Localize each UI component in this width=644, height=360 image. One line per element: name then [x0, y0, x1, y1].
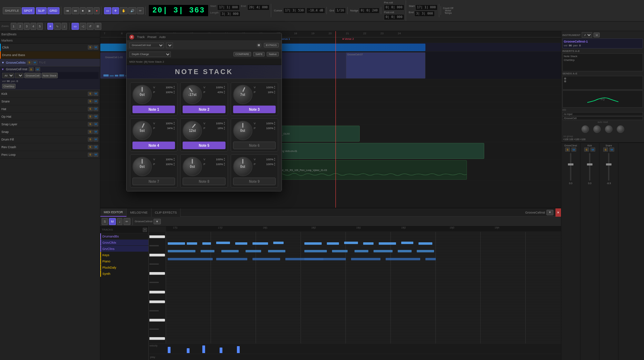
zoom-3-btn[interactable]: 3	[24, 23, 30, 30]
click-mute-btn[interactable]: M	[93, 45, 98, 50]
track-list-item-3[interactable]: Keys	[100, 252, 148, 258]
zoom-1-btn[interactable]: 1	[11, 23, 17, 30]
midi-note-26[interactable]	[168, 258, 213, 260]
start2-display[interactable]: 17| 1| 000	[415, 4, 438, 10]
hat-solo-btn[interactable]: S	[88, 107, 93, 111]
midi-pencil-btn[interactable]: ✏	[123, 218, 130, 225]
piano-key-ab4[interactable]	[149, 263, 159, 265]
track-list-item-4[interactable]: Piano	[100, 258, 148, 264]
click-solo-btn[interactable]: S	[88, 45, 93, 50]
fader-mute-btn[interactable]: M	[571, 147, 576, 152]
midi-note-21[interactable]	[332, 250, 348, 252]
slip-btn[interactable]: SLIP	[36, 7, 47, 14]
gc-inst-mute-btn[interactable]: M	[35, 67, 40, 71]
piano-key-f4[interactable]	[149, 282, 159, 284]
note-4-v-arrows[interactable]: ▲▼	[173, 121, 175, 125]
note-3-knob[interactable]: 7st	[233, 85, 252, 104]
piano-key-e4[interactable]	[149, 291, 165, 294]
note-8-knob[interactable]: 0st	[183, 157, 202, 176]
snap-mute-btn[interactable]: M	[93, 130, 98, 134]
long-verb-clip[interactable]: Long Verb.cm-01	[277, 143, 484, 159]
midi-note-27[interactable]	[216, 258, 247, 260]
insert-chelstrip[interactable]: ChelStrp	[563, 58, 642, 62]
ophat-track-row[interactable]: Op Hat S M	[0, 113, 100, 120]
midi-note-23[interactable]	[374, 250, 393, 252]
ff-btn[interactable]: ⏭	[72, 7, 79, 14]
fader-solo-btn[interactable]: S	[565, 147, 570, 152]
piano-key-b3[interactable]	[149, 328, 159, 330]
drumfill-clip[interactable]: _id_OLIVI	[277, 126, 360, 142]
note-3-p-arrows[interactable]: ▲▼	[274, 90, 276, 94]
track-list-item-5[interactable]: PluckDaly	[100, 264, 148, 271]
cursor-display[interactable]: 17| 3| 530	[283, 8, 305, 14]
note-7-knob[interactable]: 0st	[132, 157, 152, 176]
groovecell-07-clip[interactable]: GrooveCell-07	[346, 52, 425, 79]
play-btn[interactable]: ▶	[86, 7, 93, 14]
zoom-5-btn[interactable]: 5	[37, 23, 43, 30]
ns-preset-select[interactable]: Depth Charge	[129, 52, 171, 57]
piano-key-g4[interactable]	[149, 272, 165, 275]
note-6-v-arrows[interactable]: ▲▼	[274, 121, 276, 125]
note-5-btn[interactable]: Note 5	[183, 142, 225, 149]
snare-fader-solo[interactable]: S	[603, 147, 608, 152]
kick-track-row[interactable]: Kick S M	[0, 90, 100, 98]
notes-view-btn[interactable]: ♩	[62, 23, 67, 30]
note-1-btn[interactable]: Note 1	[132, 106, 175, 113]
bars-beats-track[interactable]: Bars|Beats	[0, 31, 100, 37]
eq-display[interactable]: EQ	[562, 90, 643, 108]
snare-fader-thumb[interactable]	[606, 163, 611, 165]
note-2-btn[interactable]: Note 2	[183, 106, 225, 113]
ns-safe-btn[interactable]: SAFE	[253, 52, 265, 56]
snap-solo-btn[interactable]: S	[88, 130, 93, 134]
midi-note-16[interactable]	[363, 242, 374, 245]
record-btn[interactable]: ●	[94, 7, 100, 14]
percloop-solo-btn[interactable]: S	[88, 153, 93, 157]
start-display[interactable]: 17| 1| 000	[217, 4, 239, 10]
snaplayer-mute-btn[interactable]: M	[93, 122, 98, 126]
main-fader-thumb[interactable]	[568, 163, 573, 165]
send-knob-3[interactable]	[605, 125, 613, 133]
note-7-v-arrows[interactable]: ▲▼	[173, 157, 175, 161]
send-knob-1[interactable]	[581, 125, 589, 133]
note-9-v-arrows[interactable]: ▲▼	[274, 157, 276, 161]
drumfill-mute-btn[interactable]: M	[93, 137, 98, 142]
midi-note-31[interactable]	[351, 258, 380, 260]
level-display[interactable]: -18.4 dB	[306, 8, 325, 14]
note-8-btn[interactable]: Note 8	[183, 178, 225, 185]
note-5-p-arrows[interactable]: ▲▼	[223, 126, 226, 130]
loop-btn[interactable]: ↺	[87, 23, 94, 30]
kick-mute-btn[interactable]: M	[93, 92, 98, 96]
note-1-v-arrows[interactable]: ▲▼	[173, 85, 175, 89]
zoom-4-btn[interactable]: 4	[30, 23, 36, 30]
midi-note-3[interactable]	[202, 242, 211, 245]
note-1-p-arrows[interactable]: ▲▼	[173, 90, 175, 94]
midi-note-6[interactable]	[252, 242, 268, 245]
midi-close-btn[interactable]: ✕	[555, 208, 561, 217]
midi-note-5[interactable]	[235, 242, 247, 245]
end-display[interactable]: 20| 4| 000	[247, 4, 269, 10]
grid-display[interactable]: 1/16	[335, 8, 346, 14]
end2-display[interactable]: 3| 3| 000	[414, 11, 435, 17]
groovecell-inst-row[interactable]: ▼ GrooveCell Inst S M	[1, 67, 99, 71]
snare-mute-btn[interactable]: M	[93, 99, 98, 104]
midi-note-28[interactable]	[252, 258, 280, 260]
dup-btn[interactable]: ⊞	[94, 23, 101, 30]
gc-note-stack-btn[interactable]: Note Stack	[42, 73, 58, 78]
track-list-item-6[interactable]: Synth	[100, 271, 148, 277]
note-2-knob[interactable]: -17st	[183, 85, 202, 104]
note-8-v-arrows[interactable]: ▲▼	[223, 157, 226, 161]
track-list-item-0[interactable]: DrumandBs	[100, 233, 148, 240]
rev-crash-track-row[interactable]: Rev Crash S M	[0, 143, 100, 151]
selector-tool-btn[interactable]: ▭	[104, 7, 111, 14]
trim-btn[interactable]: ◁	[80, 23, 86, 30]
selector-mode-btn[interactable]: ▭	[72, 23, 79, 30]
click-track-row[interactable]: Click S M	[0, 44, 100, 51]
note-3-v-arrows[interactable]: ▲▼	[274, 85, 276, 89]
hat-mute-btn[interactable]: M	[93, 107, 98, 111]
zoom-2-btn[interactable]: 2	[17, 23, 23, 30]
piano-key-c5[interactable]	[149, 235, 165, 238]
gc-all-select[interactable]: All	[2, 73, 14, 78]
note-9-btn[interactable]: Note 9	[233, 178, 276, 185]
spot-btn[interactable]: SPOT	[22, 7, 35, 14]
ophat-mute-btn[interactable]: M	[93, 115, 98, 119]
